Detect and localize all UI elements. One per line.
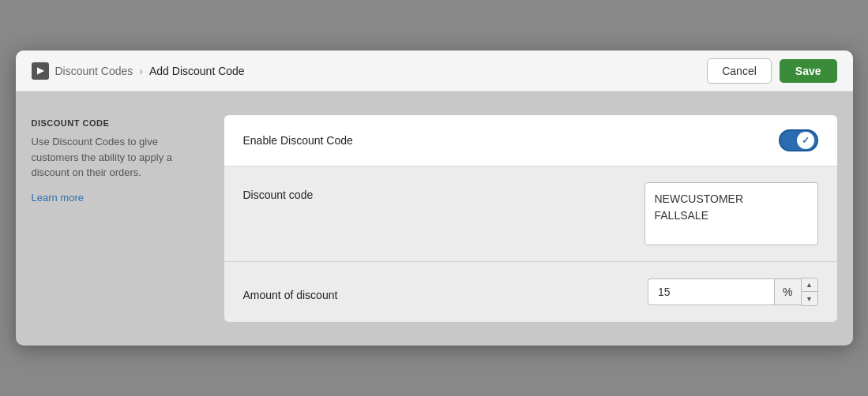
- breadcrumb-parent[interactable]: Discount Codes: [55, 65, 133, 77]
- content-panel: Enable Discount Code ✓ Discount code NEW…: [224, 115, 837, 322]
- spinner-up-button[interactable]: ▲: [802, 278, 817, 292]
- modal-header: ▶ Discount Codes › Add Discount Code Can…: [16, 50, 853, 92]
- modal-container: ▶ Discount Codes › Add Discount Code Can…: [16, 50, 853, 346]
- sidebar-description: Use Discount Codes to give customers the…: [32, 134, 205, 181]
- sidebar-title: DISCOUNT CODE: [32, 118, 205, 128]
- modal-body: DISCOUNT CODE Use Discount Codes to give…: [16, 92, 853, 346]
- discount-code-input-area: NEWCUSTOMER FALLSALE: [644, 182, 818, 245]
- amount-input[interactable]: [648, 278, 774, 305]
- enable-discount-code-row: Enable Discount Code ✓: [224, 115, 837, 166]
- check-icon: ✓: [802, 135, 810, 146]
- cancel-button[interactable]: Cancel: [707, 58, 772, 84]
- amount-of-discount-row: Amount of discount % ▲ ▼: [224, 262, 837, 322]
- breadcrumb: ▶ Discount Codes › Add Discount Code: [32, 62, 245, 80]
- breadcrumb-separator: ›: [139, 65, 143, 77]
- logo-icon: ▶: [37, 65, 43, 76]
- spinner-down-button[interactable]: ▼: [802, 292, 817, 305]
- sidebar: DISCOUNT CODE Use Discount Codes to give…: [32, 115, 205, 204]
- discount-code-input[interactable]: NEWCUSTOMER FALLSALE: [644, 182, 818, 245]
- app-logo: ▶: [32, 62, 49, 80]
- learn-more-link[interactable]: Learn more: [32, 192, 84, 204]
- enable-toggle[interactable]: ✓: [779, 129, 818, 151]
- save-button[interactable]: Save: [780, 59, 837, 83]
- toggle-thumb: ✓: [797, 132, 814, 149]
- enable-label: Enable Discount Code: [243, 134, 353, 147]
- amount-label: Amount of discount: [243, 282, 338, 301]
- header-actions: Cancel Save: [707, 58, 836, 84]
- amount-spinner[interactable]: ▲ ▼: [801, 278, 818, 306]
- amount-input-group: % ▲ ▼: [648, 278, 817, 306]
- amount-unit: %: [774, 278, 800, 305]
- breadcrumb-current: Add Discount Code: [149, 65, 245, 77]
- discount-code-row: Discount code NEWCUSTOMER FALLSALE: [224, 166, 837, 262]
- discount-code-label: Discount code: [243, 182, 314, 201]
